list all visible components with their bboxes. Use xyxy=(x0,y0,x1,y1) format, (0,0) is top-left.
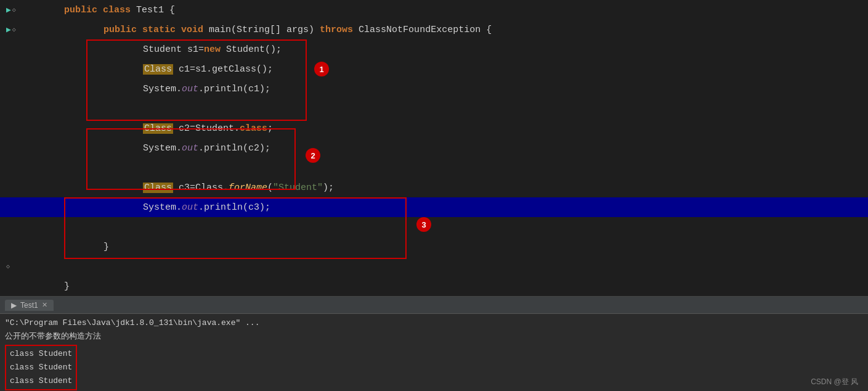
code-text: .println(c2); xyxy=(198,143,270,154)
tab-bar: ▶ Test1 ✕ xyxy=(0,297,868,314)
code-content: System.out.println(c2); xyxy=(31,133,868,164)
branding-text: CSDN @登 风 xyxy=(811,377,858,387)
code-text: out xyxy=(182,84,198,94)
console-tab[interactable]: ▶ Test1 ✕ xyxy=(5,300,54,311)
output-lines: class Student class Student class Studen… xyxy=(10,347,72,388)
code-content: } xyxy=(31,271,868,297)
code-line: } xyxy=(0,276,868,296)
breakpoint-icon[interactable]: ◇ xyxy=(12,26,16,33)
output-line-3: class Student xyxy=(10,374,72,388)
output-line-1: class Student xyxy=(10,347,72,361)
code-text: System. xyxy=(143,143,182,154)
output-line-2: class Student xyxy=(10,361,72,374)
code-line: System.out.println(c2); xyxy=(0,138,868,158)
gutter: ▶ ◇ xyxy=(6,25,31,35)
console-output-box: class Student class Student class Studen… xyxy=(5,345,863,390)
code-text: } xyxy=(103,242,109,252)
console-content: "C:\Program Files\Java\jdk1.8.0_131\bin\… xyxy=(0,314,868,391)
annotation-badge-3: 3 xyxy=(416,217,431,232)
tab-label: Test1 xyxy=(20,301,38,310)
code-text: } xyxy=(64,281,70,292)
gutter: ◇ xyxy=(6,263,31,270)
output-border: class Student class Student class Studen… xyxy=(5,345,77,390)
editor-area: ▶ ◇ public class Test1 { ▶ ◇ public stat… xyxy=(0,0,868,296)
code-text: out xyxy=(182,143,198,154)
annotation-badge-2: 2 xyxy=(306,148,320,163)
tab-icon: ▶ xyxy=(11,301,17,310)
code-content: System.out.println(c1); xyxy=(31,73,868,105)
code-content: } xyxy=(31,231,868,263)
console-info-line: 公开的不带参数的构造方法 xyxy=(5,330,863,344)
code-text: out xyxy=(182,202,198,213)
console-cmd-text: "C:\Program Files\Java\jdk1.8.0_131\bin\… xyxy=(5,318,259,327)
code-content: System.out.println(c3); xyxy=(31,192,868,223)
code-line: System.out.println(c1); xyxy=(0,79,868,99)
run-arrow-icon[interactable]: ▶ xyxy=(6,5,11,15)
fold-icon[interactable]: ◇ xyxy=(6,263,10,270)
console-panel: ▶ Test1 ✕ "C:\Program Files\Java\jdk1.8.… xyxy=(0,296,868,391)
annotation-badge-1: 1 xyxy=(314,62,329,76)
code-text: .println(c3); xyxy=(198,202,270,213)
console-cmd-line: "C:\Program Files\Java\jdk1.8.0_131\bin\… xyxy=(5,316,863,330)
code-line: } xyxy=(0,237,868,257)
console-info-text: 公开的不带参数的构造方法 xyxy=(5,332,101,341)
run-arrow-icon[interactable]: ▶ xyxy=(6,25,11,35)
code-line-highlighted: System.out.println(c3); xyxy=(0,197,868,217)
gutter: ▶ ◇ xyxy=(6,5,31,15)
code-text: System. xyxy=(143,84,182,94)
tab-close-icon[interactable]: ✕ xyxy=(42,301,47,309)
code-text: .println(c1); xyxy=(198,84,270,94)
code-text: System. xyxy=(143,202,182,213)
breakpoint-icon[interactable]: ◇ xyxy=(12,6,16,14)
